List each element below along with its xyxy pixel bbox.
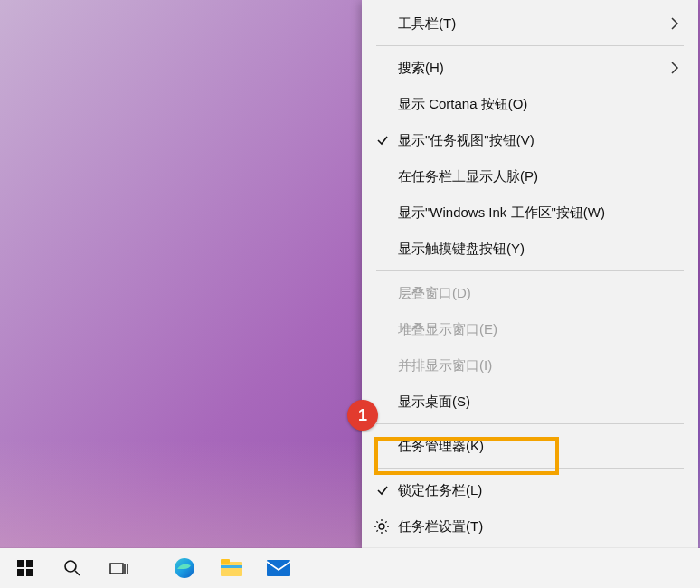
svg-point-0 — [379, 524, 384, 529]
menu-label: 并排显示窗口(I) — [398, 357, 492, 375]
svg-line-8 — [385, 521, 386, 522]
menu-item-show-touch-keyboard[interactable]: 显示触摸键盘按钮(Y) — [364, 231, 696, 267]
menu-separator — [376, 270, 684, 271]
start-button[interactable] — [2, 548, 49, 588]
menu-item-sidebyside: 并排显示窗口(I) — [364, 347, 696, 384]
menu-label: 显示"Windows Ink 工作区"按钮(W) — [398, 204, 605, 222]
menu-label: 在任务栏上显示人脉(P) — [398, 168, 538, 185]
menu-item-cascade: 层叠窗口(D) — [364, 275, 696, 311]
annotation-badge: 1 — [347, 400, 378, 431]
menu-separator — [376, 45, 684, 46]
menu-item-show-desktop[interactable]: 显示桌面(S) — [364, 384, 696, 420]
menu-label: 层叠窗口(D) — [398, 285, 471, 302]
menu-label: 任务栏设置(T) — [398, 518, 483, 536]
menu-label: 显示 Cortana 按钮(O) — [398, 96, 527, 113]
taskbar — [0, 548, 700, 588]
windows-icon — [17, 560, 33, 576]
menu-label: 锁定任务栏(L) — [398, 482, 482, 499]
svg-rect-19 — [221, 562, 242, 576]
menu-item-show-people[interactable]: 在任务栏上显示人脉(P) — [364, 158, 696, 194]
menu-separator — [376, 468, 684, 469]
annotation-badge-label: 1 — [358, 406, 367, 425]
mail-button[interactable] — [255, 548, 302, 588]
menu-label: 搜索(H) — [398, 60, 444, 77]
chevron-right-icon — [667, 16, 682, 31]
edge-icon — [173, 556, 196, 580]
menu-label: 堆叠显示窗口(E) — [398, 321, 497, 338]
svg-rect-22 — [267, 560, 290, 576]
svg-rect-20 — [221, 559, 230, 564]
svg-line-7 — [376, 530, 377, 531]
search-icon — [63, 559, 81, 577]
svg-rect-12 — [26, 569, 33, 576]
svg-rect-21 — [221, 565, 242, 568]
mail-icon — [266, 559, 291, 577]
svg-line-14 — [75, 571, 80, 575]
folder-icon — [220, 558, 243, 578]
svg-rect-11 — [17, 569, 24, 576]
menu-separator — [376, 423, 684, 424]
menu-item-search[interactable]: 搜索(H) — [364, 50, 696, 86]
menu-label: 显示桌面(S) — [398, 394, 470, 411]
svg-rect-9 — [17, 560, 24, 567]
menu-item-lock-taskbar[interactable]: 锁定任务栏(L) — [364, 472, 696, 508]
menu-label: 任务管理器(K) — [398, 438, 484, 455]
chevron-right-icon — [667, 61, 682, 75]
check-icon — [374, 482, 391, 498]
svg-rect-15 — [110, 564, 123, 574]
menu-label: 显示"任务视图"按钮(V) — [398, 132, 534, 149]
menu-item-taskbar-settings[interactable]: 任务栏设置(T) — [364, 508, 696, 545]
menu-item-task-manager[interactable]: 任务管理器(K) — [364, 428, 696, 464]
edge-button[interactable] — [161, 548, 208, 588]
svg-line-6 — [385, 530, 386, 531]
svg-line-5 — [376, 521, 377, 522]
menu-item-show-taskview[interactable]: 显示"任务视图"按钮(V) — [364, 122, 696, 158]
menu-label: 显示触摸键盘按钮(Y) — [398, 241, 525, 258]
menu-item-stacked: 堆叠显示窗口(E) — [364, 311, 696, 347]
taskview-icon — [109, 560, 129, 576]
menu-item-toolbar[interactable]: 工具栏(T) — [364, 5, 696, 42]
svg-rect-10 — [26, 560, 33, 567]
taskbar-context-menu: 工具栏(T) 搜索(H) 显示 Cortana 按钮(O) 显示"任务视图"按钮… — [362, 0, 698, 548]
menu-item-show-cortana[interactable]: 显示 Cortana 按钮(O) — [364, 86, 696, 122]
gear-icon — [373, 517, 391, 536]
menu-item-show-ink[interactable]: 显示"Windows Ink 工作区"按钮(W) — [364, 194, 696, 231]
menu-label: 工具栏(T) — [398, 15, 456, 33]
taskview-button[interactable] — [96, 548, 143, 588]
svg-point-13 — [65, 561, 76, 572]
explorer-button[interactable] — [208, 548, 255, 588]
check-icon — [374, 132, 391, 148]
search-button[interactable] — [49, 548, 96, 588]
